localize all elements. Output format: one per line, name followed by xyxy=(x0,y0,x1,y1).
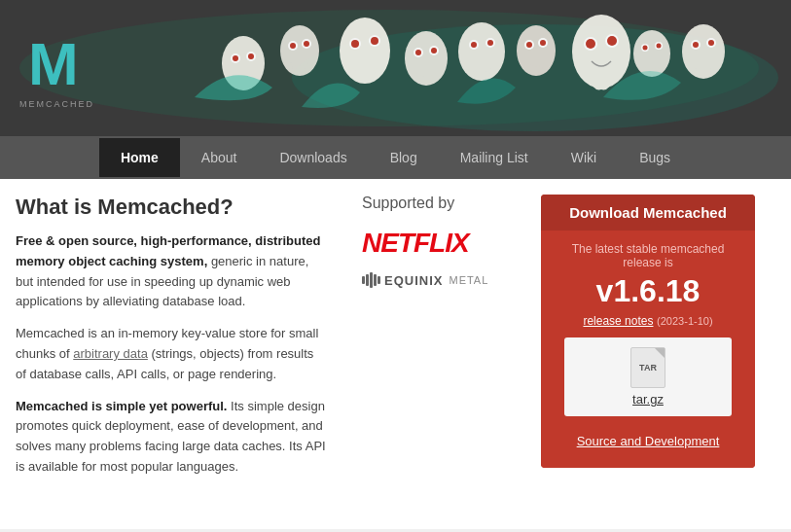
nav-about[interactable]: About xyxy=(180,138,259,177)
paragraph-3: Memcached is simple yet powerful. Its si… xyxy=(16,397,327,478)
metal-text: METAL xyxy=(449,274,488,286)
download-box-body: The latest stable memcached release is v… xyxy=(541,231,755,468)
middle-column: Supported by NETFLIX EQUINIX METAL xyxy=(346,195,541,514)
svg-point-34 xyxy=(540,40,546,46)
download-box: Download Memcached The latest stable mem… xyxy=(541,195,755,468)
svg-point-38 xyxy=(586,39,595,49)
svg-point-25 xyxy=(458,22,505,81)
svg-point-44 xyxy=(657,44,662,49)
tar-icon-body: TAR xyxy=(630,347,665,388)
main-content: What is Memcached? Free & open source, h… xyxy=(0,179,791,529)
svg-point-39 xyxy=(607,36,617,46)
nav-downloads[interactable]: Downloads xyxy=(258,138,368,177)
download-box-header: Download Memcached xyxy=(541,195,755,231)
nav-mailing-list[interactable]: Mailing List xyxy=(439,138,550,177)
left-column: What is Memcached? Free & open source, h… xyxy=(16,195,346,514)
svg-point-43 xyxy=(643,46,648,51)
svg-point-13 xyxy=(290,43,296,49)
header: M MEMCACHED xyxy=(0,0,791,136)
tar-icon-label: TAR xyxy=(639,363,657,372)
netflix-logo: NETFLIX xyxy=(362,228,525,259)
bar-1 xyxy=(362,276,365,284)
equinix-bars-icon xyxy=(362,272,380,288)
svg-point-35 xyxy=(572,15,630,89)
nav-home[interactable]: Home xyxy=(99,138,180,177)
logo-text: MEMCACHED xyxy=(19,99,94,109)
svg-text:M: M xyxy=(28,30,79,96)
source-development-link[interactable]: Source and Development xyxy=(555,426,741,456)
release-notes-link[interactable]: release notes xyxy=(583,314,653,328)
bar-3 xyxy=(370,272,373,288)
paragraph-1: Free & open source, high-performance, di… xyxy=(16,231,327,312)
svg-point-19 xyxy=(371,37,378,45)
tar-download-container: TAR tar.gz xyxy=(564,337,732,416)
main-heading: What is Memcached? xyxy=(16,195,327,220)
svg-point-45 xyxy=(682,24,725,79)
header-art xyxy=(0,0,791,136)
nav-wiki[interactable]: Wiki xyxy=(550,138,618,177)
creature-svg xyxy=(0,0,791,136)
release-line: release notes (2023-1-10) xyxy=(555,313,741,328)
equinix-text: EQUINIX xyxy=(384,273,443,288)
p2-arbitrary: arbitrary data xyxy=(73,346,148,361)
svg-point-29 xyxy=(487,40,493,46)
nav-bugs[interactable]: Bugs xyxy=(618,138,692,177)
svg-point-9 xyxy=(248,53,254,59)
p3-bold: Memcached is simple yet powerful. xyxy=(16,399,227,413)
svg-point-18 xyxy=(351,40,359,48)
nav-bar: Home About Downloads Blog Mailing List W… xyxy=(0,136,791,179)
nav-blog[interactable]: Blog xyxy=(369,138,439,177)
bar-4 xyxy=(374,274,377,286)
logo-container: M MEMCACHED xyxy=(19,28,94,109)
equinix-logo: EQUINIX METAL xyxy=(362,272,525,288)
tar-icon: TAR xyxy=(574,347,722,388)
svg-point-49 xyxy=(708,40,714,46)
bar-2 xyxy=(366,274,369,286)
logo-icon: M xyxy=(23,28,91,96)
version-number: v1.6.18 xyxy=(555,273,741,309)
right-column: Download Memcached The latest stable mem… xyxy=(541,195,755,514)
svg-point-8 xyxy=(233,55,238,61)
bar-5 xyxy=(378,276,380,284)
supported-heading: Supported by xyxy=(362,195,525,212)
stable-text: The latest stable memcached release is xyxy=(555,242,741,269)
svg-point-33 xyxy=(526,42,532,48)
paragraph-2: Memcached is an in-memory key-value stor… xyxy=(16,324,327,384)
svg-point-14 xyxy=(304,41,309,47)
svg-point-24 xyxy=(431,48,437,53)
svg-point-48 xyxy=(693,42,699,48)
tar-gz-link[interactable]: tar.gz xyxy=(632,392,664,407)
svg-point-28 xyxy=(471,42,477,48)
svg-point-23 xyxy=(415,50,421,55)
release-date: (2023-1-10) xyxy=(657,315,712,327)
